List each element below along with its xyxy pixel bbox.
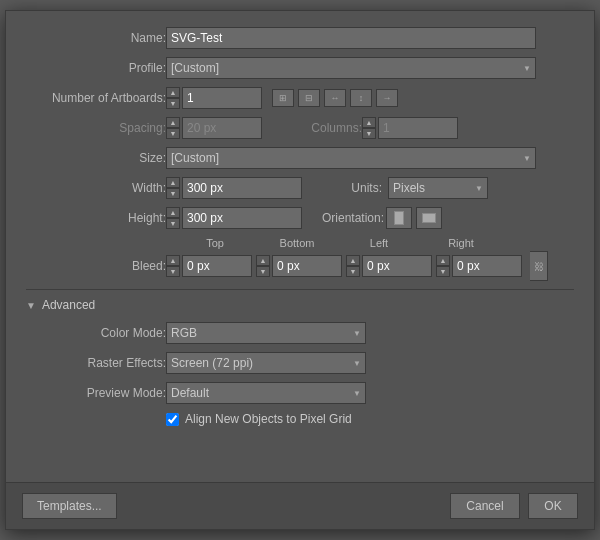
dialog-footer: Templates... Cancel OK [6, 482, 594, 529]
new-document-dialog: Name: Profile: [Custom] Print Web Number… [5, 10, 595, 530]
bleed-left-input[interactable] [362, 255, 432, 277]
spacing-input[interactable] [182, 117, 262, 139]
spacing-up[interactable]: ▲ [166, 117, 180, 128]
bleed-right-header: Right [420, 237, 502, 249]
height-spinner[interactable]: ▲ ▼ [166, 207, 180, 229]
chain-link-icon[interactable]: ⛓ [530, 251, 548, 281]
artboards-arrow-icon[interactable]: → [376, 89, 398, 107]
preview-label: Preview Mode: [46, 386, 166, 400]
size-label: Size: [26, 151, 166, 165]
align-checkbox[interactable] [166, 413, 179, 426]
width-down[interactable]: ▼ [166, 188, 180, 199]
bleed-left-down[interactable]: ▼ [346, 266, 360, 277]
bleed-right-up[interactable]: ▲ [436, 255, 450, 266]
raster-select[interactable]: Screen (72 ppi) Medium (150 ppi) High (3… [166, 352, 366, 374]
bleed-top-header: Top [174, 237, 256, 249]
bleed-bottom-input[interactable] [272, 255, 342, 277]
spacing-spinner[interactable]: ▲ ▼ [166, 117, 180, 139]
portrait-button[interactable] [386, 207, 412, 229]
bleed-left-up[interactable]: ▲ [346, 255, 360, 266]
artboards-label: Number of Artboards: [26, 91, 166, 105]
columns-spinner[interactable]: ▲ ▼ [362, 117, 376, 139]
height-label: Height: [26, 211, 166, 225]
artboards-left-right-icon[interactable]: ↔ [324, 89, 346, 107]
columns-up[interactable]: ▲ [362, 117, 376, 128]
artboards-up[interactable]: ▲ [166, 87, 180, 98]
bleed-right-input[interactable] [452, 255, 522, 277]
ok-button[interactable]: OK [528, 493, 578, 519]
portrait-icon [394, 211, 404, 225]
advanced-header[interactable]: ▼ Advanced [26, 298, 574, 312]
bleed-top-input[interactable] [182, 255, 252, 277]
align-label[interactable]: Align New Objects to Pixel Grid [185, 412, 352, 426]
templates-button[interactable]: Templates... [22, 493, 117, 519]
advanced-arrow-icon: ▼ [26, 300, 36, 311]
bleed-right-spinner[interactable]: ▲ ▼ [436, 255, 450, 277]
spacing-down[interactable]: ▼ [166, 128, 180, 139]
color-mode-label: Color Mode: [46, 326, 166, 340]
width-label: Width: [26, 181, 166, 195]
landscape-icon [422, 213, 436, 223]
profile-label: Profile: [26, 61, 166, 75]
bleed-bottom-header: Bottom [256, 237, 338, 249]
columns-down[interactable]: ▼ [362, 128, 376, 139]
height-up[interactable]: ▲ [166, 207, 180, 218]
name-label: Name: [26, 31, 166, 45]
profile-select[interactable]: [Custom] Print Web [166, 57, 536, 79]
columns-label: Columns: [292, 121, 362, 135]
width-up[interactable]: ▲ [166, 177, 180, 188]
advanced-title: Advanced [42, 298, 95, 312]
landscape-button[interactable] [416, 207, 442, 229]
cancel-button[interactable]: Cancel [450, 493, 520, 519]
artboards-input[interactable] [182, 87, 262, 109]
width-spinner[interactable]: ▲ ▼ [166, 177, 180, 199]
width-input[interactable] [182, 177, 302, 199]
preview-select[interactable]: Default Pixel Overprint [166, 382, 366, 404]
spacing-label: Spacing: [26, 121, 166, 135]
name-input[interactable] [166, 27, 536, 49]
artboards-spinner[interactable]: ▲ ▼ [166, 87, 180, 109]
columns-input[interactable] [378, 117, 458, 139]
bleed-label: Bleed: [26, 259, 166, 273]
orientation-label: Orientation: [322, 211, 382, 225]
orientation-buttons [386, 207, 442, 229]
raster-label: Raster Effects: [46, 356, 166, 370]
bleed-bottom-spinner[interactable]: ▲ ▼ [256, 255, 270, 277]
bleed-bottom-down[interactable]: ▼ [256, 266, 270, 277]
artboards-up-down-icon[interactable]: ↕ [350, 89, 372, 107]
bleed-right-down[interactable]: ▼ [436, 266, 450, 277]
bleed-top-spinner[interactable]: ▲ ▼ [166, 255, 180, 277]
artboards-grid-icon[interactable]: ⊞ [272, 89, 294, 107]
bleed-left-spinner[interactable]: ▲ ▼ [346, 255, 360, 277]
units-select[interactable]: Pixels Points Inches [388, 177, 488, 199]
bleed-top-up[interactable]: ▲ [166, 255, 180, 266]
units-label: Units: [322, 181, 382, 195]
height-input[interactable] [182, 207, 302, 229]
divider [26, 289, 574, 290]
bleed-top-down[interactable]: ▼ [166, 266, 180, 277]
bleed-left-header: Left [338, 237, 420, 249]
right-buttons: Cancel OK [450, 493, 578, 519]
size-select[interactable]: [Custom] Letter A4 [166, 147, 536, 169]
advanced-section: ▼ Advanced Color Mode: RGB CMYK Grayscal… [26, 298, 574, 426]
height-down[interactable]: ▼ [166, 218, 180, 229]
artboards-arrange-icon[interactable]: ⊟ [298, 89, 320, 107]
bleed-bottom-up[interactable]: ▲ [256, 255, 270, 266]
color-mode-select[interactable]: RGB CMYK Grayscale [166, 322, 366, 344]
artboards-down[interactable]: ▼ [166, 98, 180, 109]
